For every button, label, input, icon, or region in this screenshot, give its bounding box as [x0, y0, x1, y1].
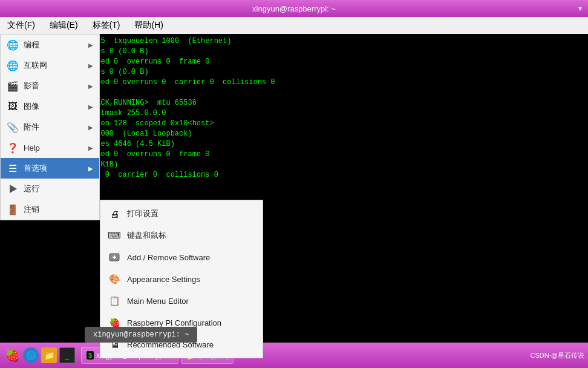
arrow-icon: ▶: [88, 104, 93, 110]
sidebar-item-media[interactable]: 🎬 影音 ▶: [1, 76, 99, 96]
run-icon: [7, 183, 19, 195]
svg-marker-0: [10, 185, 17, 193]
keyboard-mouse-icon: ⌨: [108, 229, 121, 242]
submenu-main-menu-editor[interactable]: 📋 Main Menu Editor: [100, 290, 263, 312]
terminal-window-icon: $: [87, 351, 94, 360]
sidebar-item-run[interactable]: 运行: [1, 179, 99, 199]
menu-edit[interactable]: 编辑(E): [47, 19, 80, 32]
arrow-icon: ▶: [88, 145, 93, 151]
left-menu: 🌐 编程 ▶ 🌐 互联网 ▶ 🎬 影音 ▶ 🖼 图像 ▶ 📎 附件 ▶ ❓ He…: [0, 34, 100, 220]
title-bar: xingyun@raspberrypi: ~ ▾: [0, 0, 588, 17]
programming-icon: 🌐: [7, 39, 19, 51]
submenu-item-label: Main Menu Editor: [127, 297, 189, 306]
title-text: xingyun@raspberrypi: ~: [0, 4, 588, 13]
sidebar-item-label: 注销: [24, 204, 39, 215]
arrow-icon: ▶: [88, 42, 93, 48]
sidebar-item-label: 影音: [24, 80, 39, 91]
submenu-item-label: Add / Remove Software: [127, 253, 210, 262]
taskbar-browser-btn[interactable]: 🌐: [23, 347, 39, 363]
sidebar-item-help[interactable]: ❓ Help ▶: [1, 137, 99, 158]
browser-icon: 🌐: [26, 350, 36, 360]
logout-icon: 🚪: [7, 203, 19, 215]
menu-help[interactable]: 帮助(H): [132, 19, 165, 32]
software-icon: [108, 251, 121, 264]
sidebar-item-label: 附件: [24, 122, 39, 133]
sidebar-item-logout[interactable]: 🚪 注销: [1, 199, 99, 220]
folder-icon: 📁: [44, 350, 54, 360]
taskbar: 🍓 🌐 📁 _ $ xingyun@raspberrypi: ~ 📁 [xing…: [0, 343, 588, 368]
sidebar-item-label: 图像: [24, 101, 39, 112]
sidebar-item-label: Help: [24, 143, 40, 153]
print-icon: 🖨: [108, 207, 121, 220]
menu-tags[interactable]: 标签(T): [90, 19, 123, 32]
menu-file[interactable]: 文件(F): [5, 19, 38, 32]
sidebar-item-image[interactable]: 🖼 图像 ▶: [1, 96, 99, 117]
preferences-icon: ☰: [7, 162, 19, 174]
taskbar-right-text: CSDN·@星石传说: [531, 351, 584, 360]
submenu-item-label: 打印设置: [127, 208, 158, 219]
sidebar-item-label: 互联网: [24, 60, 47, 71]
taskbar-folder-btn[interactable]: 📁: [41, 347, 57, 363]
submenu-print[interactable]: 🖨 打印设置: [100, 203, 263, 225]
accessories-icon: 📎: [7, 121, 19, 133]
taskbar-terminal-btn[interactable]: _: [59, 347, 75, 363]
arrow-icon: ▶: [88, 124, 93, 131]
arrow-icon: ▶: [88, 62, 93, 69]
menu-editor-icon: 📋: [108, 294, 121, 307]
help-icon: ❓: [7, 142, 19, 154]
taskbar-right: CSDN·@星石传说: [531, 351, 584, 360]
taskbar-raspberry-btn[interactable]: 🍓: [4, 347, 21, 364]
title-arrow[interactable]: ▾: [578, 4, 582, 13]
submenu-keyboard-mouse[interactable]: ⌨ 键盘和鼠标: [100, 225, 263, 246]
tooltip: xingyun@raspberrypi: ~: [85, 327, 197, 343]
submenu-item-label: Appearance Settings: [127, 275, 200, 284]
arrow-icon: ▶: [88, 83, 93, 90]
raspberry-icon: 🍓: [5, 348, 20, 363]
submenu-appearance[interactable]: 🎨 Appearance Settings: [100, 268, 263, 290]
submenu-item-label: 键盘和鼠标: [127, 230, 166, 241]
submenu-add-remove-software[interactable]: Add / Remove Software: [100, 246, 263, 268]
submenu-item-label: Raspberry Pi Configuration: [127, 318, 221, 327]
arrow-icon: ▶: [88, 165, 93, 172]
sidebar-item-preferences[interactable]: ☰ 首选项 ▶: [1, 158, 99, 179]
sidebar-item-accessories[interactable]: 📎 附件 ▶: [1, 117, 99, 137]
sidebar-item-label: 运行: [24, 183, 39, 194]
tooltip-text: xingyun@raspberrypi: ~: [93, 330, 189, 339]
media-icon: 🎬: [7, 80, 19, 92]
terminal-icon: _: [65, 351, 70, 360]
sidebar-item-internet[interactable]: 🌐 互联网 ▶: [1, 55, 99, 76]
menu-bar: 文件(F) 编辑(E) 标签(T) 帮助(H): [0, 17, 588, 34]
sidebar-item-label: 编程: [24, 39, 39, 50]
sidebar-item-programming[interactable]: 🌐 编程 ▶: [1, 34, 99, 55]
sidebar-item-label: 首选项: [24, 163, 47, 174]
image-icon: 🖼: [7, 100, 19, 113]
appearance-icon: 🎨: [108, 272, 121, 286]
internet-icon: 🌐: [7, 59, 19, 71]
